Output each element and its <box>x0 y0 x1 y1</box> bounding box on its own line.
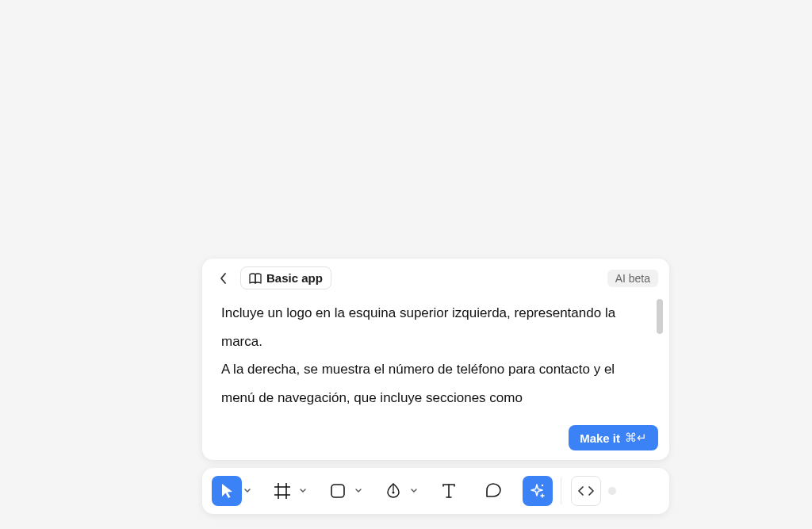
frame-tool[interactable] <box>267 476 297 506</box>
dev-mode-toggle[interactable] <box>606 481 620 500</box>
back-button[interactable] <box>213 268 234 289</box>
cursor-icon <box>219 482 235 500</box>
make-it-label: Make it <box>580 431 620 445</box>
tool-group-frame <box>267 476 308 506</box>
context-chip[interactable]: Basic app <box>240 266 331 289</box>
svg-point-5 <box>393 492 395 494</box>
dev-mode-button[interactable] <box>571 476 601 506</box>
ai-panel-footer: Make it ⌘↵ <box>202 420 669 460</box>
book-icon <box>249 273 262 284</box>
shape-tool-caret[interactable] <box>353 476 364 506</box>
tool-group-ai <box>523 476 553 506</box>
chevron-down-icon <box>244 489 251 493</box>
tool-group-select <box>212 476 253 506</box>
context-chip-label: Basic app <box>266 271 323 285</box>
ai-beta-badge: AI beta <box>607 270 658 287</box>
chevron-down-icon <box>355 489 362 493</box>
ai-prompt-panel: Basic app AI beta Incluye un logo en la … <box>202 259 669 460</box>
square-icon <box>330 483 346 499</box>
select-tool-caret[interactable] <box>242 476 253 506</box>
tool-group-shape <box>323 476 364 506</box>
toggle-indicator-icon <box>606 483 619 499</box>
comment-tool[interactable] <box>478 476 508 506</box>
chevron-down-icon <box>411 489 417 493</box>
ai-prompt-content[interactable]: Incluye un logo en la esquina superior i… <box>202 296 669 420</box>
frame-tool-caret[interactable] <box>297 476 308 506</box>
make-it-shortcut: ⌘↵ <box>625 431 647 445</box>
ai-tool[interactable] <box>523 476 553 506</box>
toolbar-divider <box>561 477 561 504</box>
ai-panel-header: Basic app AI beta <box>202 259 669 296</box>
text-icon <box>441 483 457 499</box>
svg-point-10 <box>608 487 616 495</box>
shape-tool[interactable] <box>323 476 353 506</box>
select-tool[interactable] <box>212 476 242 506</box>
tool-group-comment <box>478 476 508 506</box>
scrollbar-thumb[interactable] <box>657 299 663 334</box>
text-tool[interactable] <box>434 476 464 506</box>
chat-icon <box>485 482 502 500</box>
pen-tool[interactable] <box>378 476 408 506</box>
toolbar <box>202 468 669 514</box>
pen-tool-caret[interactable] <box>408 476 419 506</box>
frame-icon <box>274 482 291 500</box>
svg-point-9 <box>542 485 543 486</box>
chevron-left-icon <box>220 272 228 285</box>
make-it-button[interactable]: Make it ⌘↵ <box>569 425 658 450</box>
code-icon <box>578 485 594 496</box>
tool-group-pen <box>378 476 419 506</box>
pen-icon <box>385 482 402 500</box>
ai-prompt-text[interactable]: Incluye un logo en la esquina superior i… <box>221 299 650 412</box>
chevron-down-icon <box>300 489 306 493</box>
tool-group-text <box>434 476 464 506</box>
svg-rect-4 <box>331 485 344 497</box>
sparkle-icon <box>529 482 546 500</box>
